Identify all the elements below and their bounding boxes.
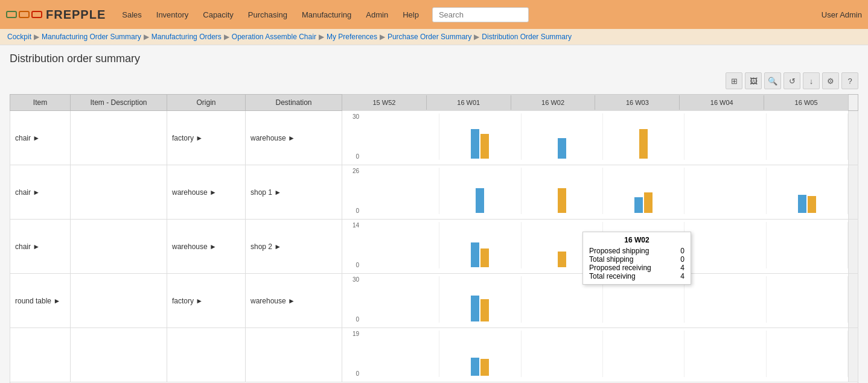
destination-link[interactable]: shop 1 ► [251, 188, 281, 197]
tooltip-row: Total shipping0 [589, 255, 685, 264]
table-container: Item Item - Description Origin Destinati… [10, 94, 858, 383]
breadcrumb-cockpit[interactable]: Cockpit [7, 33, 31, 41]
breadcrumb-distribution-order-summary[interactable]: Distribution Order Summary [482, 33, 572, 41]
download-button[interactable]: ↓ [803, 72, 820, 89]
cell-description [71, 165, 167, 220]
grid-view-button[interactable]: ⊞ [726, 72, 742, 89]
cell-origin: factory ► [167, 274, 246, 328]
bar-blue [471, 296, 479, 322]
item-link[interactable]: chair ► [15, 188, 40, 197]
chart-week-2[interactable] [522, 331, 603, 377]
chart-week-4[interactable] [685, 168, 766, 214]
help-button[interactable]: ? [841, 72, 858, 89]
cell-item: chair ► [10, 165, 71, 220]
chart-week-0[interactable] [342, 113, 439, 160]
bar-blue [471, 242, 479, 267]
table-row: chair ►factory ►warehouse ►300 [10, 111, 858, 165]
logo[interactable]: FREPPLE [6, 8, 106, 22]
nav-sales[interactable]: Sales [115, 0, 149, 29]
chart-week-1[interactable] [439, 168, 521, 214]
bar-orange [644, 192, 653, 213]
chart-week-0[interactable] [342, 276, 439, 323]
table-row: chair ►warehouse ►shop 1 ►260 [10, 165, 858, 220]
nav-purchasing[interactable]: Purchasing [241, 0, 295, 29]
distribution-order-table: Item Item - Description Origin Destinati… [10, 94, 858, 382]
week-header-2[interactable]: 16 W02 [511, 95, 596, 110]
bar-blue [476, 188, 484, 213]
chart-week-0[interactable] [342, 168, 439, 214]
item-link[interactable]: round table ► [15, 297, 60, 305]
nav-manufacturing[interactable]: Manufacturing [295, 0, 359, 29]
chart-week-3[interactable] [603, 331, 685, 377]
chart-week-5[interactable] [767, 113, 848, 160]
page-title: Distribution order summary [10, 52, 858, 65]
chart-week-3[interactable] [603, 113, 685, 160]
origin-link[interactable]: warehouse ► [172, 188, 217, 197]
chart-week-4[interactable] [685, 222, 766, 268]
week-header-1[interactable]: 16 W01 [427, 95, 511, 110]
chart-week-2[interactable] [522, 168, 603, 214]
nav-help[interactable]: Help [395, 0, 426, 29]
cell-item [10, 328, 71, 382]
chart-week-1[interactable] [439, 222, 521, 268]
chart-week-4[interactable] [685, 331, 766, 377]
origin-link[interactable]: factory ► [172, 297, 203, 305]
table-row: chair ►warehouse ►shop 2 ►14016 W02Propo… [10, 220, 858, 274]
tooltip-title: 16 W02 [589, 236, 685, 244]
tooltip-label: Proposed receiving [589, 264, 651, 272]
item-link[interactable]: chair ► [15, 242, 40, 251]
breadcrumb-operation-assemble-chair[interactable]: Operation Assemble Chair [232, 33, 316, 41]
cell-chart: 260 [342, 165, 849, 220]
tooltip-label: Total shipping [589, 255, 633, 264]
table-header-row: Item Item - Description Origin Destinati… [10, 95, 858, 111]
origin-link[interactable]: warehouse ► [172, 242, 217, 251]
bar-orange [558, 188, 566, 213]
settings-button[interactable]: ⚙ [822, 72, 839, 89]
search-input[interactable] [432, 7, 529, 22]
tooltip-value: 0 [680, 255, 685, 264]
chart-week-1[interactable] [439, 331, 521, 377]
nav-inventory[interactable]: Inventory [149, 0, 196, 29]
chart-week-3[interactable] [603, 168, 685, 214]
destination-link[interactable]: warehouse ► [251, 134, 295, 142]
chart-view-button[interactable]: 🖼 [745, 72, 762, 89]
destination-link[interactable]: warehouse ► [251, 297, 295, 305]
breadcrumb-purchase-order-summary[interactable]: Purchase Order Summary [388, 33, 471, 41]
col-origin-header[interactable]: Origin [167, 95, 246, 111]
refresh-button[interactable]: ↺ [783, 72, 800, 89]
chart-week-5[interactable] [767, 276, 848, 323]
col-item-desc-header[interactable]: Item - Description [71, 95, 167, 111]
chart-week-2[interactable] [522, 113, 603, 160]
breadcrumb-manufacturing-orders[interactable]: Manufacturing Orders [152, 33, 222, 41]
chart-week-5[interactable] [767, 331, 848, 377]
col-destination-header[interactable]: Destination [246, 95, 342, 111]
nav-capacity[interactable]: Capacity [196, 0, 241, 29]
nav-admin[interactable]: Admin [359, 0, 395, 29]
chart-week-4[interactable] [685, 113, 766, 160]
bar-orange [480, 299, 489, 322]
search-filter-button[interactable]: 🔍 [764, 72, 781, 89]
breadcrumb-manufacturing-order-summary[interactable]: Manufacturing Order Summary [42, 33, 141, 41]
chart-week-0[interactable] [342, 222, 439, 268]
origin-link[interactable]: factory ► [172, 134, 203, 142]
chart-week-1[interactable] [439, 276, 521, 323]
item-link[interactable]: chair ► [15, 134, 40, 142]
chart-week-1[interactable] [439, 113, 521, 160]
week-header-0[interactable]: 15 W52 [342, 95, 427, 110]
chart-week-4[interactable] [685, 276, 766, 323]
chart-week-5[interactable] [767, 222, 848, 268]
breadcrumb: Cockpit ▶ Manufacturing Order Summary ▶ … [0, 29, 868, 45]
cell-destination: warehouse ► [246, 111, 342, 165]
bar-orange [480, 359, 489, 376]
col-item-header[interactable]: Item [10, 95, 71, 111]
tooltip-row: Total receiving4 [589, 272, 685, 280]
chart-week-0[interactable] [342, 331, 439, 377]
bar-blue [471, 358, 479, 376]
week-header-3[interactable]: 16 W03 [595, 95, 680, 110]
destination-link[interactable]: shop 2 ► [251, 242, 281, 251]
week-header-4[interactable]: 16 W04 [680, 95, 764, 110]
breadcrumb-my-preferences[interactable]: My Preferences [327, 33, 377, 41]
chart-week-5[interactable] [767, 168, 848, 214]
bar-orange [558, 252, 566, 267]
week-header-5[interactable]: 16 W05 [764, 95, 848, 110]
